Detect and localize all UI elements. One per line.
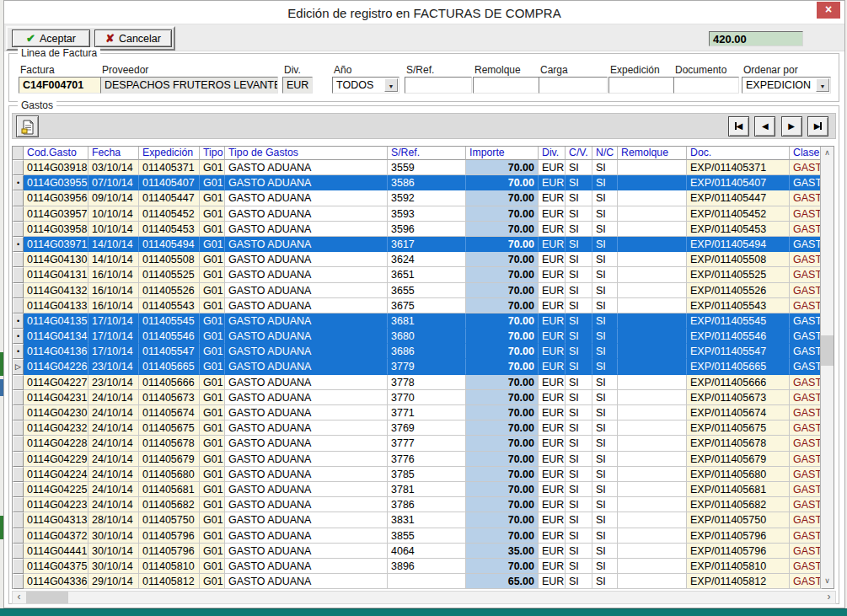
column-header-cod-gasto[interactable]: Cod.Gasto <box>24 147 88 160</box>
row-selector[interactable] <box>13 420 24 436</box>
row-selector[interactable] <box>13 267 24 282</box>
scroll-right-button[interactable]: › <box>823 592 835 603</box>
row-selector[interactable] <box>13 252 24 267</box>
table-row[interactable]: 0114G0423024/10/14011405674G01GASTO ADUA… <box>13 405 822 420</box>
ano-combobox[interactable]: TODOS ▼ <box>332 77 399 94</box>
row-selector[interactable] <box>13 497 24 512</box>
horizontal-scrollbar[interactable]: ‹ › <box>12 591 836 604</box>
row-selector[interactable] <box>13 528 24 544</box>
scroll-up-button[interactable]: ∧ <box>821 147 834 160</box>
row-selector[interactable] <box>13 190 24 206</box>
row-selector[interactable]: ▷ <box>13 359 24 374</box>
table-row[interactable]: 0114G0395810/10/14011405453G01GASTO ADUA… <box>13 222 822 237</box>
nav-last-button[interactable]: ▶ <box>807 116 828 137</box>
column-header-doc-[interactable]: Doc. <box>687 147 790 160</box>
column-header-tipo[interactable]: Tipo <box>200 147 225 160</box>
row-selector[interactable] <box>13 544 24 559</box>
column-header-expedici-n[interactable]: Expedición <box>139 147 200 160</box>
table-row[interactable]: 0114G0422524/10/14011405681G01GASTO ADUA… <box>13 482 822 497</box>
row-selector[interactable] <box>13 559 24 574</box>
row-selector[interactable] <box>13 574 24 589</box>
table-row[interactable]: •0114G0413417/10/14011405546G01GASTO ADU… <box>13 329 822 344</box>
table-row[interactable]: 0114G0433629/10/14011405812G01GASTO ADUA… <box>13 574 822 589</box>
table-row[interactable]: 0114G0391803/10/14011405371G01GASTO ADUA… <box>13 160 822 175</box>
horizontal-scrollbar-thumb[interactable] <box>26 592 68 603</box>
nav-next-button[interactable]: ▶ <box>781 116 802 137</box>
column-header-clase[interactable]: Clase <box>790 147 822 160</box>
table-row[interactable]: 0114G0423124/10/14011405673G01GASTO ADUA… <box>13 390 822 405</box>
table-row[interactable]: •0114G0413517/10/14011405545G01GASTO ADU… <box>13 313 822 329</box>
scroll-left-button[interactable]: ‹ <box>13 592 25 603</box>
table-row[interactable]: 0114G0395710/10/14011405452G01GASTO ADUA… <box>13 206 822 222</box>
column-header-n-c[interactable]: N/C <box>592 147 618 160</box>
vertical-scrollbar[interactable]: ∧ ∨ <box>820 147 834 588</box>
ordenar-combobox[interactable]: EXPEDICION ▼ <box>742 77 831 94</box>
row-selector[interactable] <box>13 375 24 390</box>
close-button[interactable]: × <box>817 2 840 19</box>
table-row[interactable]: 0114G0423224/10/14011405675G01GASTO ADUA… <box>13 420 822 436</box>
row-selector[interactable] <box>13 436 24 451</box>
table-row[interactable]: 0114G0437230/10/14011405796G01GASTO ADUA… <box>13 528 822 544</box>
table-row[interactable]: 0114G0444130/10/14011405796G01GASTO ADUA… <box>13 544 822 559</box>
cell: SI <box>566 574 592 589</box>
ordenar-dropdown-button[interactable]: ▼ <box>816 78 829 92</box>
column-header-div-[interactable]: Div. <box>539 147 566 160</box>
factura-field[interactable]: C14F004701 <box>19 77 109 94</box>
proveedor-field[interactable]: DESPACHOS FRUTEROS LEVANTE S <box>100 77 278 94</box>
column-header-fecha[interactable]: Fecha <box>88 147 139 160</box>
column-header-c-v-[interactable]: C/V. <box>566 147 592 160</box>
table-row[interactable]: •0114G0397114/10/14011405494G01GASTO ADU… <box>13 237 822 252</box>
column-header-s-ref-[interactable]: S/Ref. <box>388 147 466 160</box>
table-row[interactable]: 0114G0422824/10/14011405678G01GASTO ADUA… <box>13 436 822 451</box>
export-document-button[interactable] <box>16 115 39 137</box>
carga-field[interactable] <box>539 77 608 94</box>
div-field[interactable]: EUR <box>282 77 313 94</box>
nav-first-button[interactable]: ◀ <box>728 116 749 137</box>
row-selector[interactable] <box>13 390 24 405</box>
table-row[interactable]: •0114G0395507/10/14011405407G01GASTO ADU… <box>13 175 822 190</box>
table-row[interactable]: 0114G0413116/10/14011405525G01GASTO ADUA… <box>13 267 822 282</box>
row-selector[interactable] <box>13 222 24 237</box>
row-selector[interactable] <box>13 405 24 420</box>
cancel-button[interactable]: ✘Cancelar <box>94 29 172 47</box>
row-selector[interactable] <box>13 467 24 482</box>
column-header-tipo-de-gastos[interactable]: Tipo de Gastos <box>225 147 388 160</box>
row-selector[interactable]: • <box>13 329 24 344</box>
table-row[interactable]: 0114G0395609/10/14011405447G01GASTO ADUA… <box>13 190 822 206</box>
accept-button[interactable]: ✔Aceptar <box>12 29 90 47</box>
row-selector[interactable] <box>13 512 24 528</box>
cell: SI <box>566 206 592 222</box>
remolque-field[interactable] <box>473 77 540 94</box>
row-selector[interactable] <box>13 482 24 497</box>
expedicion-field[interactable] <box>608 77 674 94</box>
row-selector[interactable]: • <box>13 344 24 359</box>
table-row[interactable]: 0114G0413316/10/14011405543G01GASTO ADUA… <box>13 298 822 313</box>
table-row[interactable]: 0114G0413014/10/14011405508G01GASTO ADUA… <box>13 252 822 267</box>
total-amount-field[interactable]: 420.00 <box>709 31 803 46</box>
row-selector[interactable]: • <box>13 237 24 252</box>
row-selector[interactable]: • <box>13 175 24 190</box>
documento-field[interactable] <box>673 77 739 94</box>
column-header-remolque[interactable]: Remolque <box>618 147 687 160</box>
table-row[interactable]: 0114G0422324/10/14011405682G01GASTO ADUA… <box>13 497 822 512</box>
ano-dropdown-button[interactable]: ▼ <box>384 78 398 92</box>
column-header-importe[interactable]: Importe <box>466 147 539 160</box>
table-row[interactable]: 0114G0422723/10/14011405666G01GASTO ADUA… <box>13 375 822 390</box>
table-row[interactable]: ▷0114G0422623/10/14011405665G01GASTO ADU… <box>13 359 822 374</box>
row-selector[interactable] <box>13 283 24 298</box>
row-selector[interactable] <box>13 298 24 313</box>
row-selector[interactable]: • <box>13 313 24 329</box>
row-selector[interactable] <box>13 452 24 467</box>
scroll-down-button[interactable]: ∨ <box>821 575 834 588</box>
table-row[interactable]: 0114G0437530/10/14011405810G01GASTO ADUA… <box>13 559 822 574</box>
vertical-scrollbar-thumb[interactable] <box>821 335 834 366</box>
table-row[interactable]: 0114G0413216/10/14011405526G01GASTO ADUA… <box>13 283 822 298</box>
table-row[interactable]: •0114G0413617/10/14011405547G01GASTO ADU… <box>13 344 822 359</box>
row-selector[interactable] <box>13 206 24 222</box>
row-selector[interactable] <box>13 160 24 175</box>
table-row[interactable]: 0114G0422924/10/14011405679G01GASTO ADUA… <box>13 452 822 467</box>
nav-prev-button[interactable]: ◀ <box>754 116 775 137</box>
table-row[interactable]: 0114G0422424/10/14011405680G01GASTO ADUA… <box>13 467 822 482</box>
sref-field[interactable] <box>405 77 472 94</box>
table-row[interactable]: 0114G0431328/10/14011405750G01GASTO ADUA… <box>13 512 822 528</box>
